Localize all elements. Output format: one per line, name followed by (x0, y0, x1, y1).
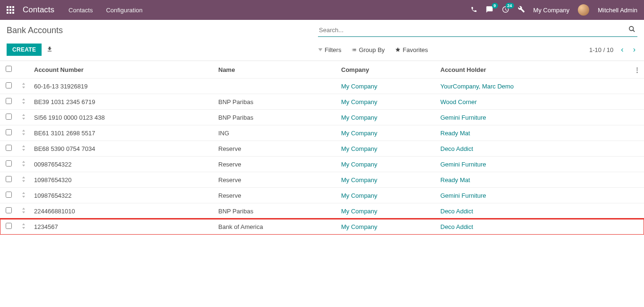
pager-next[interactable]: › (631, 45, 637, 54)
table-row[interactable]: BE68 5390 0754 7034ReserveMy CompanyDeco… (0, 141, 644, 157)
cell-company: My Company (337, 141, 437, 157)
company-link[interactable]: My Company (341, 98, 378, 105)
holder-link[interactable]: Ready Mat (440, 176, 470, 184)
company-link[interactable]: My Company (341, 192, 378, 199)
select-all-checkbox[interactable] (6, 66, 12, 72)
cell-company: My Company (337, 203, 437, 219)
app-brand[interactable]: Contacts (23, 5, 54, 15)
filters-button[interactable]: Filters (318, 46, 341, 53)
funnel-icon (318, 47, 323, 52)
company-link[interactable]: My Company (341, 208, 378, 215)
svg-point-0 (629, 26, 634, 31)
col-company[interactable]: Company (337, 61, 437, 79)
col-name[interactable]: Name (215, 61, 337, 79)
cell-account-number: BE61 3101 2698 5517 (30, 125, 215, 141)
row-checkbox[interactable] (6, 223, 12, 229)
table-row[interactable]: 1234567Bank of AmericaMy CompanyDeco Add… (0, 219, 644, 235)
company-link[interactable]: My Company (341, 223, 378, 230)
drag-handle-icon[interactable] (17, 219, 30, 235)
groupby-button[interactable]: Group By (352, 46, 385, 53)
search-input[interactable] (318, 24, 637, 36)
cell-account-number: 1234567 (30, 219, 215, 235)
row-checkbox[interactable] (6, 176, 12, 182)
nav-menu-configuration[interactable]: Configuration (106, 7, 142, 14)
company-link[interactable]: My Company (341, 145, 378, 152)
drag-handle-icon[interactable] (17, 188, 30, 203)
holder-link[interactable]: Gemini Furniture (440, 161, 486, 168)
drag-handle-icon[interactable] (17, 203, 30, 219)
table-row[interactable]: 10987654320ReserveMy CompanyReady Mat (0, 172, 644, 188)
row-checkbox[interactable] (6, 82, 12, 88)
nav-menu-contacts[interactable]: Contacts (69, 7, 93, 14)
drag-handle-icon[interactable] (17, 172, 30, 188)
company-link[interactable]: My Company (341, 130, 378, 137)
activities-icon[interactable]: 24 (502, 6, 509, 15)
table-row[interactable]: BE61 3101 2698 5517INGMy CompanyReady Ma… (0, 125, 644, 141)
company-switcher[interactable]: My Company (533, 7, 570, 14)
row-checkbox[interactable] (6, 129, 12, 135)
tools-icon[interactable] (518, 6, 525, 14)
optional-columns-icon[interactable]: ⋮ (630, 61, 644, 79)
company-link[interactable]: My Company (341, 176, 378, 184)
cell-account-holder: Gemini Furniture (437, 188, 630, 203)
row-checkbox[interactable] (6, 98, 12, 104)
search-icon[interactable] (628, 26, 635, 34)
cell-company: My Company (337, 172, 437, 188)
row-checkbox[interactable] (6, 114, 12, 120)
cell-account-number: 60-16-13 31926819 (30, 79, 215, 94)
drag-handle-icon[interactable] (17, 110, 30, 125)
cell-company: My Company (337, 157, 437, 172)
holder-link[interactable]: Ready Mat (440, 130, 470, 137)
cell-name: BNP Paribas (215, 94, 337, 110)
messages-icon[interactable]: 9 (486, 6, 493, 15)
cell-account-holder: Deco Addict (437, 203, 630, 219)
cell-account-holder: Gemini Furniture (437, 110, 630, 125)
user-avatar[interactable] (578, 4, 589, 16)
table-row[interactable]: BE39 1031 2345 6719BNP ParibasMy Company… (0, 94, 644, 110)
holder-link[interactable]: YourCompany, Marc Demo (440, 83, 514, 90)
cell-company: My Company (337, 125, 437, 141)
holder-link[interactable]: Wood Corner (440, 98, 477, 105)
holder-link[interactable]: Gemini Furniture (440, 192, 486, 199)
cell-account-holder: YourCompany, Marc Demo (437, 79, 630, 94)
table-row[interactable]: 10987654322ReserveMy CompanyGemini Furni… (0, 188, 644, 203)
favorites-label: Favorites (403, 46, 428, 53)
pager-prev[interactable]: ‹ (619, 45, 625, 54)
row-checkbox[interactable] (6, 192, 12, 198)
holder-link[interactable]: Deco Addict (440, 208, 473, 215)
cell-account-holder: Deco Addict (437, 219, 630, 235)
drag-handle-icon[interactable] (17, 157, 30, 172)
holder-link[interactable]: Deco Addict (440, 145, 473, 152)
pager-text[interactable]: 1-10 / 10 (589, 46, 613, 53)
export-button[interactable] (46, 46, 53, 54)
company-link[interactable]: My Company (341, 83, 378, 90)
phone-icon[interactable] (471, 6, 477, 14)
col-account-holder[interactable]: Account Holder (437, 61, 630, 79)
cell-account-holder: Ready Mat (437, 125, 630, 141)
drag-handle-icon[interactable] (17, 141, 30, 157)
table-row[interactable]: SI56 1910 0000 0123 438BNP ParibasMy Com… (0, 110, 644, 125)
cell-account-holder: Ready Mat (437, 172, 630, 188)
top-navbar: Contacts Contacts Configuration 9 24 My … (0, 0, 644, 20)
company-link[interactable]: My Company (341, 161, 378, 168)
filters-label: Filters (325, 46, 341, 53)
create-button[interactable]: CREATE (7, 44, 42, 56)
user-menu[interactable]: Mitchell Admin (598, 7, 637, 14)
cell-company: My Company (337, 219, 437, 235)
holder-link[interactable]: Deco Addict (440, 223, 473, 230)
row-checkbox[interactable] (6, 207, 12, 213)
row-checkbox[interactable] (6, 145, 12, 151)
favorites-button[interactable]: Favorites (395, 46, 428, 53)
company-link[interactable]: My Company (341, 114, 378, 121)
drag-handle-icon[interactable] (17, 94, 30, 110)
list-icon (352, 47, 357, 53)
col-account-number[interactable]: Account Number (30, 61, 215, 79)
table-row[interactable]: 224466881010BNP ParibasMy CompanyDeco Ad… (0, 203, 644, 219)
drag-handle-icon[interactable] (17, 79, 30, 94)
drag-handle-icon[interactable] (17, 125, 30, 141)
row-checkbox[interactable] (6, 160, 12, 167)
table-row[interactable]: 60-16-13 31926819My CompanyYourCompany, … (0, 79, 644, 94)
apps-icon[interactable] (7, 6, 14, 14)
table-row[interactable]: 00987654322ReserveMy CompanyGemini Furni… (0, 157, 644, 172)
holder-link[interactable]: Gemini Furniture (440, 114, 486, 121)
